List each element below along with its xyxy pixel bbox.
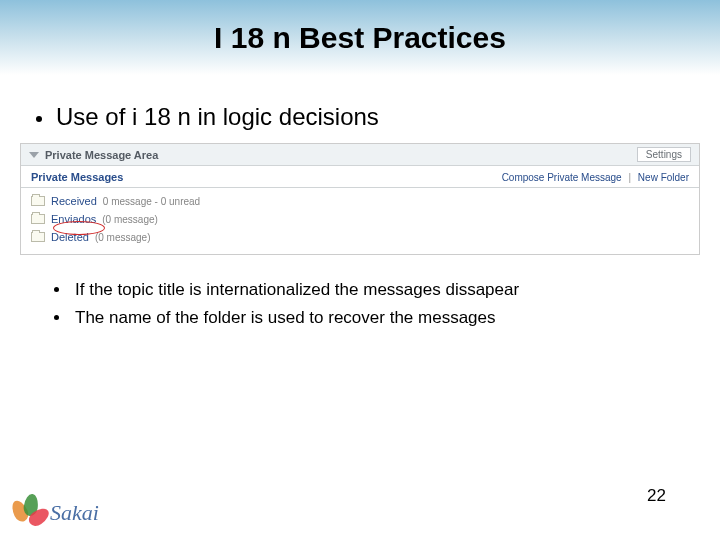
collapse-icon[interactable] — [29, 152, 39, 158]
panel-toolbar: Private Messages Compose Private Message… — [21, 166, 699, 188]
panel-titlebar: Private Message Area Settings — [21, 144, 699, 166]
slide-title: I 18 n Best Practices — [214, 21, 506, 55]
panel-area-title: Private Message Area — [45, 149, 158, 161]
folder-icon — [31, 196, 45, 206]
folder-row[interactable]: Received 0 message - 0 unread — [31, 192, 689, 210]
logo-mark-icon — [10, 494, 48, 532]
folder-row[interactable]: Deleted (0 message) — [31, 228, 689, 246]
folder-name[interactable]: Enviados — [51, 213, 96, 225]
main-bullet: Use of i 18 n in logic decisions — [36, 103, 720, 131]
sub-bullet-text: If the topic title is internationalized … — [75, 279, 519, 301]
folder-meta: 0 message - 0 unread — [103, 196, 200, 207]
page-number: 22 — [647, 486, 666, 506]
folder-meta: (0 message) — [102, 214, 158, 225]
folder-meta: (0 message) — [95, 232, 151, 243]
bullet-dot — [54, 287, 59, 292]
compose-link[interactable]: Compose Private Message — [502, 172, 622, 183]
bullet-dot — [54, 315, 59, 320]
folder-icon — [31, 232, 45, 242]
bullet-dot — [36, 116, 42, 122]
settings-button[interactable]: Settings — [637, 147, 691, 162]
private-message-panel: Private Message Area Settings Private Me… — [20, 143, 700, 255]
new-folder-link[interactable]: New Folder — [638, 172, 689, 183]
main-bullet-text: Use of i 18 n in logic decisions — [56, 103, 379, 131]
list-item: The name of the folder is used to recove… — [54, 307, 720, 329]
list-item: If the topic title is internationalized … — [54, 279, 720, 301]
folder-name[interactable]: Received — [51, 195, 97, 207]
sakai-logo: Sakai — [10, 494, 99, 532]
folder-list: Received 0 message - 0 unread Enviados (… — [21, 188, 699, 254]
divider: | — [628, 172, 631, 183]
folder-row[interactable]: Enviados (0 message) — [31, 210, 689, 228]
logo-text: Sakai — [50, 500, 99, 526]
section-title: Private Messages — [31, 171, 123, 183]
sub-bullet-list: If the topic title is internationalized … — [54, 279, 720, 329]
folder-name[interactable]: Deleted — [51, 231, 89, 243]
sub-bullet-text: The name of the folder is used to recove… — [75, 307, 496, 329]
folder-icon — [31, 214, 45, 224]
